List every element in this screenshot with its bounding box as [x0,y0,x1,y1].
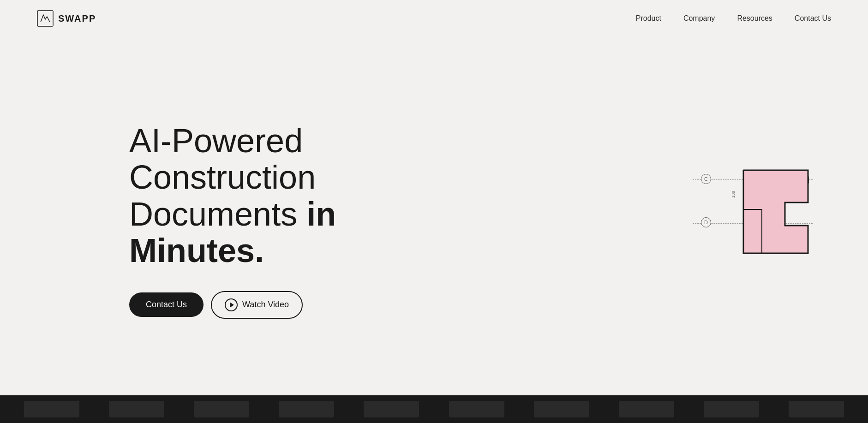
nav-item-product[interactable]: Product [636,14,661,23]
bottom-bar-item [194,401,249,417]
hero-title-part1: AI-Powered Construction Documents [129,122,316,232]
bottom-bar-item [534,401,589,417]
bottom-bar [0,395,868,423]
bottom-bar-item [789,401,844,417]
brand-name: SWAPP [58,13,96,24]
bottom-bar-item [24,401,79,417]
nav-links: Product Company Resources Contact Us [636,14,831,23]
contact-us-button[interactable]: Contact Us [129,292,204,317]
navbar: SWAPP Product Company Resources Contact … [0,0,868,37]
bottom-bar-item [619,401,674,417]
play-triangle-icon [230,302,234,308]
floor-plan-illustration: C D 138 33 [693,166,813,267]
hero-content: AI-Powered Construction Documents in Min… [129,123,480,319]
nav-link-resources[interactable]: Resources [737,14,772,22]
logo-link[interactable]: SWAPP [37,10,96,27]
nav-item-contact[interactable]: Contact Us [795,14,831,23]
dimension-138: 138 [731,191,736,198]
bottom-bar-item [364,401,419,417]
nav-item-company[interactable]: Company [683,14,715,23]
nav-link-company[interactable]: Company [683,14,715,22]
hero-buttons: Contact Us Watch Video [129,291,480,319]
bottom-bar-item [279,401,334,417]
play-circle-icon [225,298,238,311]
hero-title: AI-Powered Construction Documents in Min… [129,123,480,269]
bottom-bar-item [449,401,504,417]
hero-section: AI-Powered Construction Documents in Min… [0,37,868,395]
nav-link-contact[interactable]: Contact Us [795,14,831,22]
floor-plan-container: C D 138 33 [693,166,813,267]
grid-label-d: D [701,217,711,227]
logo-icon [37,10,54,27]
nav-link-product[interactable]: Product [636,14,661,22]
bottom-bar-item [109,401,164,417]
svg-marker-1 [743,170,808,253]
watch-video-label: Watch Video [242,300,289,310]
grid-label-c: C [701,174,711,184]
floor-plan-svg [739,166,813,258]
watch-video-button[interactable]: Watch Video [211,291,303,319]
nav-item-resources[interactable]: Resources [737,14,772,23]
bottom-bar-item [704,401,759,417]
